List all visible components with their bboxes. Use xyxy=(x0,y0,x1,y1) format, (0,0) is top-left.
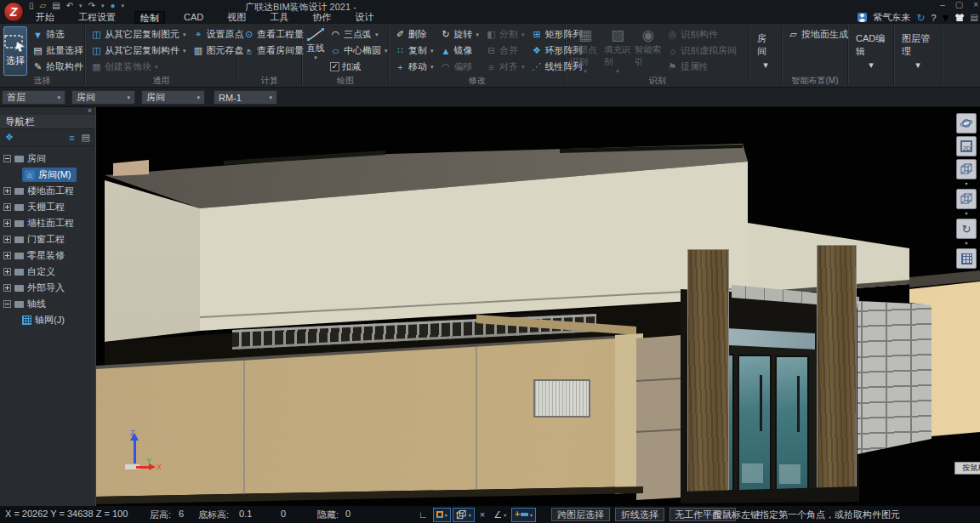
smart-index-button[interactable]: ◉ 智能索引 xyxy=(633,26,664,69)
split-button[interactable]: ◧ 分割 ▾ xyxy=(482,26,528,43)
create-deco-block-button[interactable]: ▦ 创建装饰块 ▾ xyxy=(88,59,190,75)
type-selector[interactable]: 房间 ▾ xyxy=(141,90,205,105)
select-tool-button[interactable]: 选择 xyxy=(3,26,27,76)
fill-recognize-button[interactable]: ▨ 填充识别 ▾ xyxy=(602,26,633,76)
theme-shirt-icon[interactable] xyxy=(955,14,965,21)
recognize-virtual-room-button[interactable]: ⌂ 识别虚拟房间 xyxy=(664,43,740,59)
username[interactable]: 紫气东来 xyxy=(873,11,910,24)
box-view-button[interactable] xyxy=(956,189,977,209)
expand-icon[interactable] xyxy=(3,268,11,276)
chevron-down-icon[interactable]: ▾ xyxy=(965,212,967,216)
undo-icon[interactable]: ↶ xyxy=(66,1,73,11)
room-dropdown-button[interactable]: 房间 ▾ xyxy=(752,26,779,76)
tree-item-axis-grid[interactable]: 轴网(J) xyxy=(0,312,95,328)
deduct-checkbox[interactable]: ✓ xyxy=(330,62,339,71)
tree-item-axis[interactable]: 轴线 xyxy=(0,296,95,312)
copy-elements-from-layer-button[interactable]: ◫ 从其它层复制图元 ▾ xyxy=(88,26,190,43)
tree-item-custom[interactable]: 自定义 xyxy=(0,264,95,280)
tree-item-wall-column-works[interactable]: 墙柱面工程 xyxy=(0,215,95,231)
collapse-icon[interactable] xyxy=(3,155,11,162)
tab-view[interactable]: 视图 xyxy=(222,11,251,24)
tab-draw[interactable]: 绘制 xyxy=(134,11,165,24)
help-icon[interactable]: ? xyxy=(931,13,936,23)
maximize-button[interactable]: ▢ xyxy=(955,0,963,9)
copy-components-from-layer-button[interactable]: ◫ 从其它层复制构件 ▾ xyxy=(88,43,190,59)
expand-icon[interactable] xyxy=(3,236,11,243)
collapse-icon[interactable] xyxy=(3,300,11,308)
save-icon[interactable]: ▤ xyxy=(52,1,60,11)
tree-item-room[interactable]: 房间 xyxy=(0,151,95,167)
recognize-component-button[interactable]: ◎ 识别构件 xyxy=(664,26,740,43)
panel-close-icon[interactable]: × xyxy=(88,107,92,115)
tree-item-room-m[interactable]: ⌂ 房间(M) xyxy=(0,167,95,183)
orbit-button[interactable] xyxy=(956,113,977,134)
expand-icon[interactable] xyxy=(3,284,11,292)
angle-snap-toggle[interactable]: ∠ ▾ xyxy=(490,508,510,522)
expand-icon[interactable] xyxy=(3,219,11,227)
minimize-button[interactable]: – xyxy=(940,0,945,9)
panel-toggle-icon[interactable]: ▤ xyxy=(971,13,978,22)
undo-caret-icon[interactable]: ▾ xyxy=(79,3,83,9)
pick-component-button[interactable]: ✎ 拾取构件 xyxy=(29,59,87,75)
merge-button[interactable]: ⊟ 合并 xyxy=(482,43,528,59)
list-view-icon[interactable]: ≡ xyxy=(69,133,74,143)
extract-attribute-button[interactable]: ⚑ 提属性 xyxy=(664,59,740,75)
polyline-track-toggle[interactable]: + ▾ xyxy=(511,508,536,522)
sync-icon[interactable]: ↻ xyxy=(916,12,925,24)
expand-icon[interactable] xyxy=(3,203,11,211)
rotate-view-button[interactable]: ↻ xyxy=(956,219,977,239)
tab-project-settings[interactable]: 工程设置 xyxy=(73,11,121,24)
tree-item-floor-works[interactable]: 楼地面工程 xyxy=(0,183,95,199)
tree-item-misc-decoration[interactable]: 零星装修 xyxy=(0,247,95,264)
open-file-icon[interactable]: ▱ xyxy=(40,1,47,11)
tree-item-external-import[interactable]: 外部导入 xyxy=(0,280,95,296)
three-point-arc-button[interactable]: ◠ 三点弧 ▾ xyxy=(327,26,391,43)
chevron-down-icon[interactable]: ▾ xyxy=(965,242,967,246)
center-ellipse-button[interactable]: ○ 中心椭圆 ▾ xyxy=(327,43,391,59)
app-logo-icon[interactable]: Z xyxy=(3,2,24,22)
schedule-button[interactable] xyxy=(956,248,977,269)
inner-point-recognize-button[interactable]: ▦ 内部点识别 ▾ xyxy=(568,26,602,76)
cloud-icon[interactable]: ● xyxy=(110,1,115,11)
customize-toolbar-caret-icon[interactable]: ▾ xyxy=(122,3,125,9)
move-button[interactable]: + 移动 ▾ xyxy=(391,59,437,75)
selection-mode-toggle[interactable]: ▾ xyxy=(433,508,451,522)
generate-by-floor-button[interactable]: ▱ 按地面生成 xyxy=(784,26,852,43)
layer-manage-button[interactable]: 图层管理 ▾ xyxy=(897,26,939,76)
polyline-select-button[interactable]: 折线选择 xyxy=(615,508,664,521)
mirror-button[interactable]: ▲ 镜像 xyxy=(437,43,483,59)
line-tool-button[interactable]: 直线 ▾ xyxy=(305,26,327,62)
offset-button[interactable]: ◠ 偏移 xyxy=(437,59,483,75)
new-file-icon[interactable]: ▯ xyxy=(29,1,34,11)
ortho-toggle[interactable]: ∟ xyxy=(415,508,431,522)
tree-item-door-window-works[interactable]: 门窗工程 xyxy=(0,231,95,247)
viewport-3d[interactable]: Z Y X 2D ▾ xyxy=(96,107,980,506)
deduct-checkbox-row[interactable]: ✓ 扣减 xyxy=(327,59,391,75)
batch-select-button[interactable]: ▤ 批量选择 xyxy=(29,43,87,59)
redo-icon[interactable]: ↷ xyxy=(88,1,95,11)
close-button[interactable]: × xyxy=(973,0,978,9)
expand-icon[interactable] xyxy=(3,252,11,259)
panel-view-icon[interactable]: ▤ xyxy=(82,132,90,143)
pin-tools-icon[interactable]: ❖ xyxy=(5,132,14,143)
iso-view-button[interactable] xyxy=(956,159,977,179)
tab-design[interactable]: 设计 xyxy=(350,11,379,24)
redo-caret-icon[interactable]: ▾ xyxy=(101,3,105,9)
floor-selector[interactable]: 首层 ▾ xyxy=(2,90,66,105)
delete-button[interactable]: ✐ 删除 xyxy=(391,26,437,43)
cad-edit-button[interactable]: CAD编辑 ▾ xyxy=(851,26,892,76)
category-selector[interactable]: 房间 ▾ xyxy=(71,90,135,105)
filter-button[interactable]: ▼ 筛选 xyxy=(29,26,87,43)
tab-tools[interactable]: 工具 xyxy=(265,11,293,24)
selected-tree-item[interactable]: ⌂ 房间(M) xyxy=(22,168,77,182)
view-style-toggle[interactable]: ▾ xyxy=(453,508,475,522)
copy-button[interactable]: ∷ 复制 ▾ xyxy=(391,43,437,59)
tab-cad[interactable]: CAD xyxy=(179,11,208,24)
snap-cross-toggle[interactable]: × xyxy=(476,508,488,522)
rotate-button[interactable]: ↻ 旋转 ▾ xyxy=(437,26,483,43)
expand-icon[interactable] xyxy=(3,187,11,195)
chevron-down-icon[interactable]: ▾ xyxy=(965,182,967,186)
tree-item-ceiling-works[interactable]: 天棚工程 xyxy=(0,199,95,215)
view-room-quantities-button[interactable]: ⌂ 查看房间量 xyxy=(240,43,307,59)
2d-view-button[interactable]: 2D xyxy=(956,136,977,156)
